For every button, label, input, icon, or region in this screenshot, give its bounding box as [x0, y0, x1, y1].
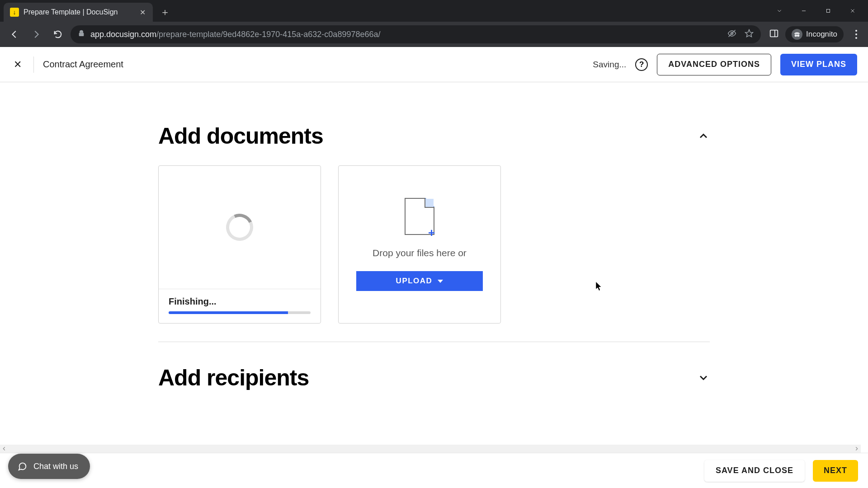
- svg-point-10: [795, 35, 797, 37]
- tab-title: Prepare Template | DocuSign: [24, 8, 134, 16]
- browser-tab[interactable]: ↓ Prepare Template | DocuSign ✕: [4, 3, 153, 22]
- help-button[interactable]: ?: [635, 58, 648, 71]
- caret-down-icon: [438, 280, 443, 283]
- window-minimize-button[interactable]: [792, 2, 816, 19]
- save-and-close-button[interactable]: SAVE AND CLOSE: [704, 460, 805, 482]
- content-wrap: Add documents Finishing...: [0, 82, 868, 488]
- spinner-icon: [222, 210, 257, 245]
- incognito-label: Incognito: [806, 30, 837, 39]
- content-scroll[interactable]: Add documents Finishing...: [0, 82, 868, 488]
- tab-strip: ↓ Prepare Template | DocuSign ✕ ＋: [0, 0, 868, 22]
- upload-button[interactable]: UPLOAD: [356, 271, 483, 291]
- upload-progress-bar: [169, 311, 311, 314]
- expand-add-recipients-button[interactable]: [697, 371, 710, 384]
- footer-bar: SAVE AND CLOSE NEXT: [0, 453, 868, 488]
- svg-rect-8: [770, 30, 778, 37]
- svg-rect-1: [827, 9, 830, 13]
- nav-forward-button[interactable]: [27, 25, 45, 43]
- side-panel-icon[interactable]: [769, 28, 779, 40]
- tab-close-icon[interactable]: ✕: [138, 8, 146, 16]
- section-add-documents: Add documents Finishing...: [158, 109, 710, 342]
- nav-reload-button[interactable]: [49, 25, 67, 43]
- browser-chrome: ↓ Prepare Template | DocuSign ✕ ＋: [0, 0, 868, 47]
- view-plans-button[interactable]: VIEW PLANS: [780, 54, 857, 75]
- drop-hint-text: Drop your files here or: [373, 248, 467, 258]
- section-add-recipients: Add recipients: [158, 360, 710, 407]
- tab-search-button[interactable]: [768, 2, 791, 19]
- add-document-plus-icon: +: [428, 229, 438, 239]
- tracking-protection-icon[interactable]: [727, 29, 736, 40]
- saving-status: Saving...: [593, 60, 626, 70]
- address-bar[interactable]: app.docusign.com/prepare-template/9ed486…: [71, 25, 761, 43]
- collapse-add-documents-button[interactable]: [697, 130, 710, 142]
- window-close-button[interactable]: [841, 2, 864, 19]
- scroll-right-icon[interactable]: [854, 446, 860, 452]
- incognito-icon: [792, 29, 802, 40]
- browser-menu-button[interactable]: [850, 30, 863, 39]
- add-recipients-title: Add recipients: [158, 365, 309, 391]
- upload-status-text: Finishing...: [169, 296, 311, 307]
- bookmark-star-icon[interactable]: [745, 29, 754, 40]
- chat-label: Chat with us: [33, 462, 78, 471]
- next-button[interactable]: NEXT: [813, 460, 858, 482]
- window-controls: [768, 0, 868, 22]
- new-tab-button[interactable]: ＋: [157, 5, 173, 20]
- incognito-badge[interactable]: Incognito: [785, 26, 844, 42]
- chat-icon: [17, 461, 27, 471]
- docusign-favicon-icon: ↓: [10, 8, 19, 17]
- scroll-left-icon[interactable]: [1, 446, 7, 452]
- browser-toolbar: app.docusign.com/prepare-template/9ed486…: [0, 22, 868, 47]
- close-template-button[interactable]: ✕: [11, 57, 24, 72]
- window-maximize-button[interactable]: [816, 2, 840, 19]
- uploading-document-card: Finishing...: [158, 165, 321, 324]
- divider: [33, 56, 34, 73]
- nav-back-button[interactable]: [5, 25, 24, 43]
- svg-rect-4: [79, 33, 84, 36]
- app-root: ✕ Contract Agreement Saving... ? ADVANCE…: [0, 47, 868, 488]
- upload-progress-fill: [169, 311, 288, 314]
- template-name: Contract Agreement: [43, 59, 123, 70]
- app-header: ✕ Contract Agreement Saving... ? ADVANCE…: [0, 47, 868, 82]
- lock-icon: [78, 30, 85, 39]
- horizontal-scrollbar[interactable]: [0, 445, 861, 453]
- url-text: app.docusign.com/prepare-template/9ed486…: [90, 30, 722, 39]
- upload-button-label: UPLOAD: [396, 277, 433, 286]
- svg-point-11: [797, 35, 799, 37]
- svg-marker-7: [745, 29, 753, 37]
- live-chat-button[interactable]: Chat with us: [8, 454, 90, 479]
- document-cards: Finishing... + Drop your files here or: [158, 165, 710, 324]
- add-documents-title: Add documents: [158, 123, 323, 149]
- section-divider: [158, 342, 710, 342]
- advanced-options-button[interactable]: ADVANCED OPTIONS: [657, 54, 771, 75]
- toolbar-right: Incognito: [769, 26, 863, 42]
- dropzone-card[interactable]: + Drop your files here or UPLOAD: [338, 165, 501, 324]
